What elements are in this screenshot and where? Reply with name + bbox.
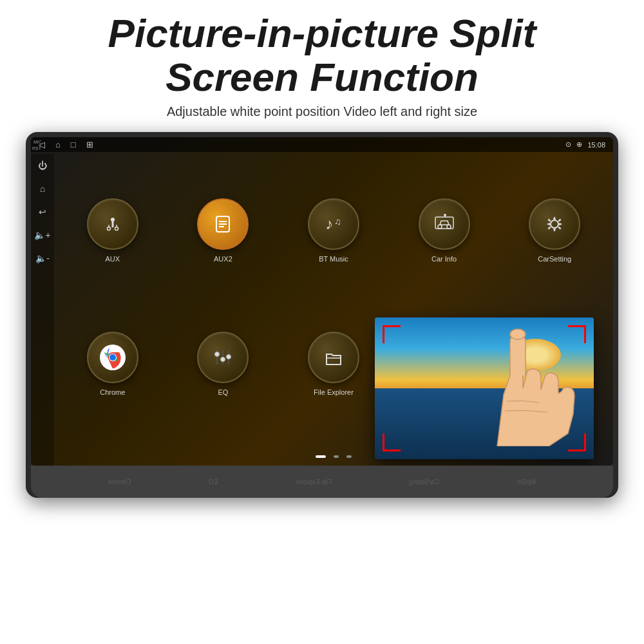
chrome-svg [102,346,124,368]
carinfo-label: Car Info [431,255,457,263]
aux2-icon [211,213,234,236]
carsetting-label: CarSetting [538,255,571,263]
svg-rect-1 [111,221,113,227]
home-icon[interactable]: ⌂ [55,140,61,149]
car-radio-device: MIC RST ◁ ⌂ □ ⊞ ⊙ ⊕ 15:08 ⏻ ⌂ [26,132,618,498]
wifi-icon: ⊕ [576,140,582,149]
eq-icon-circle [197,332,249,383]
page-dot-3 [346,455,352,458]
svg-point-28 [510,329,526,339]
aux-label: AUX [105,255,120,263]
svg-point-14 [447,225,451,229]
recent-icon[interactable]: □ [71,140,76,149]
svg-point-24 [215,352,220,356]
app-carsetting[interactable]: CarSetting [502,167,607,294]
fileexplorer-icon [321,345,346,370]
app-aux2[interactable]: AUX2 [171,167,276,294]
svg-point-25 [221,357,225,361]
aux2-icon-circle [197,198,249,250]
bottom-eq-label: EO [209,478,218,486]
svg-text:♪: ♪ [325,215,333,232]
hand-gesture [446,292,613,446]
svg-point-16 [444,214,446,216]
btmusic-label: BT Music [319,255,348,263]
nav-buttons: ◁ ⌂ □ ⊞ [39,140,93,149]
app-fileexplorer[interactable]: File Explorer [281,300,386,427]
location-icon: ⊙ [565,140,571,149]
page-title: Picture-in-picture Split Screen Function [39,12,605,99]
btmusic-icon-circle: ♪ ♫ [308,198,359,250]
device-bottom-bar: Chrome EO File Explorer CarSetting MpSm [31,466,613,498]
svg-point-2 [107,227,110,230]
aux2-label: AUX2 [214,255,232,263]
bottom-chrome-label: Chrome [108,478,131,486]
split-icon[interactable]: ⊞ [86,140,93,149]
fileexplorer-icon-circle [308,332,359,383]
vol-up-icon[interactable]: 🔈+ [34,230,50,240]
pip-corner-bl [383,433,401,451]
app-btmusic[interactable]: ♪ ♫ BT Music [281,167,386,294]
power-icon[interactable]: ⏻ [38,160,47,171]
bottom-file-label: File Explorer [296,478,332,486]
bottom-carsetting-label: CarSetting [409,478,439,486]
eq-label: EQ [218,388,228,396]
svg-text:♫: ♫ [334,216,341,227]
rst-label: RST [32,146,41,151]
status-right: ⊙ ⊕ 15:08 [565,140,605,149]
svg-point-13 [438,225,442,229]
chrome-label: Chrome [100,388,125,396]
svg-point-17 [551,220,558,228]
carinfo-icon-circle [419,198,470,250]
svg-point-26 [227,354,231,359]
carsetting-icon-circle [529,198,580,250]
app-eq[interactable]: EQ [171,300,276,427]
app-aux[interactable]: AUX [61,167,165,294]
device-container: MIC RST ◁ ⌂ □ ⊞ ⊙ ⊕ 15:08 ⏻ ⌂ [26,132,618,498]
carsetting-icon [541,211,568,238]
device-screen: MIC RST ◁ ⌂ □ ⊞ ⊙ ⊕ 15:08 ⏻ ⌂ [31,137,613,466]
hand-svg [446,292,613,446]
app-chrome[interactable]: Chrome [61,300,165,427]
aux-icon-circle [87,198,138,250]
vol-down-icon[interactable]: 🔈- [35,253,50,263]
header-section: Picture-in-picture Split Screen Function… [0,0,644,126]
svg-point-3 [115,227,118,230]
status-bar: ◁ ⌂ □ ⊞ ⊙ ⊕ 15:08 [31,137,613,152]
btmusic-icon: ♪ ♫ [321,212,346,236]
page-dot-2 [334,455,339,458]
carinfo-icon [431,211,458,238]
eq-icon [211,345,235,370]
screen-sidebar: ⏻ ⌂ ↩ 🔈+ 🔈- [31,154,54,466]
chrome-icon-circle [87,332,138,383]
page-subtitle: Adjustable white point position Video le… [39,104,605,119]
back-sidebar-icon[interactable]: ↩ [39,207,46,217]
mic-label: MIC [33,140,42,144]
page-dot-1 [316,455,326,458]
svg-point-20 [109,354,116,361]
aux-icon [100,212,125,236]
fileexplorer-label: File Explorer [314,388,354,396]
home-sidebar-icon[interactable]: ⌂ [40,184,45,194]
app-carinfo[interactable]: Car Info [392,167,497,294]
bottom-mpsm-label: MpSm [517,478,536,486]
pip-corner-tl [383,325,401,343]
chrome-logo [100,345,126,370]
clock: 15:08 [587,141,605,149]
